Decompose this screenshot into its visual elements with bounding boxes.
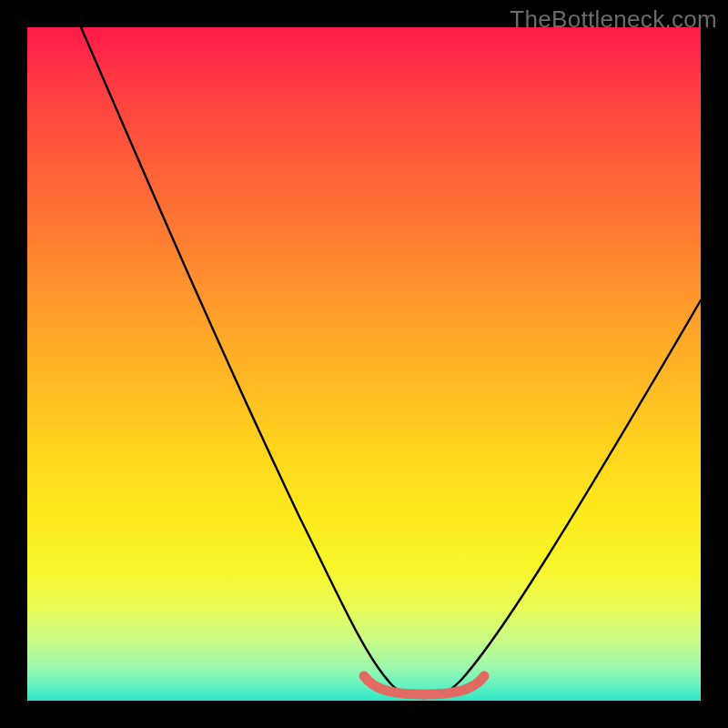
bottleneck-curve-path [81, 27, 701, 698]
chart-svg [27, 27, 701, 701]
chart-frame: TheBottleneck.com [0, 0, 728, 728]
watermark-text: TheBottleneck.com [510, 5, 717, 34]
optimal-band-path [364, 676, 484, 694]
